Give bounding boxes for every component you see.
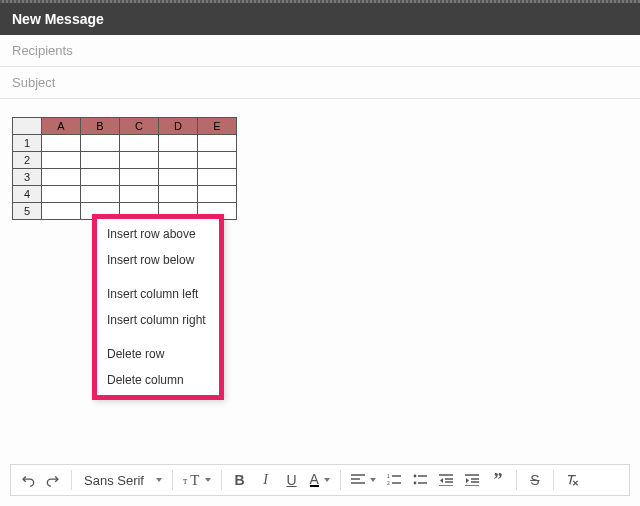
svg-point-3 (413, 482, 416, 485)
ctx-delete-column[interactable]: Delete column (93, 367, 223, 393)
bold-button[interactable]: B (228, 468, 252, 492)
font-picker-label: Sans Serif (84, 473, 144, 488)
toolbar-separator (221, 470, 222, 490)
ctx-separator (93, 273, 223, 281)
numbered-list-button[interactable]: 12 (382, 468, 406, 492)
svg-text:2: 2 (387, 480, 390, 486)
size-large-icon: T (190, 472, 199, 489)
col-header[interactable]: C (120, 118, 159, 135)
underline-button[interactable]: U (280, 468, 304, 492)
italic-button[interactable]: I (254, 468, 278, 492)
ctx-separator (93, 333, 223, 341)
table-cell[interactable] (120, 169, 159, 186)
table-context-menu: Insert row above Insert row below Insert… (92, 214, 224, 400)
table-cell[interactable] (42, 152, 81, 169)
table-cell[interactable] (42, 135, 81, 152)
row-header[interactable]: 5 (13, 203, 42, 220)
chevron-down-icon (324, 478, 330, 482)
table-cell[interactable] (159, 169, 198, 186)
chevron-down-icon (370, 478, 376, 482)
subject-placeholder: Subject (12, 75, 55, 90)
table-cell[interactable] (42, 203, 81, 220)
recipients-placeholder: Recipients (12, 43, 73, 58)
chevron-down-icon (156, 478, 162, 482)
indent-less-button[interactable] (434, 468, 458, 492)
ctx-insert-row-above[interactable]: Insert row above (93, 221, 223, 247)
table-cell[interactable] (42, 186, 81, 203)
indent-more-button[interactable] (460, 468, 484, 492)
text-color-icon: A (310, 473, 319, 487)
table-cell[interactable] (198, 135, 237, 152)
table-cell[interactable] (81, 152, 120, 169)
format-toolbar: Sans Serif т T B I U A 12 ” S (10, 464, 630, 496)
table-cell[interactable] (120, 186, 159, 203)
font-size-button[interactable]: т T (179, 468, 215, 492)
ctx-insert-column-right[interactable]: Insert column right (93, 307, 223, 333)
ctx-delete-row[interactable]: Delete row (93, 341, 223, 367)
size-small-icon: т (183, 475, 187, 486)
align-left-icon (351, 474, 365, 486)
remove-formatting-button[interactable] (560, 468, 584, 492)
ctx-insert-row-below[interactable]: Insert row below (93, 247, 223, 273)
row-header[interactable]: 4 (13, 186, 42, 203)
table-cell[interactable] (81, 169, 120, 186)
table-cell[interactable] (42, 169, 81, 186)
row-header[interactable]: 1 (13, 135, 42, 152)
col-header[interactable]: E (198, 118, 237, 135)
svg-point-2 (413, 475, 416, 478)
toolbar-separator (71, 470, 72, 490)
compose-header: New Message (0, 3, 640, 35)
ctx-insert-column-left[interactable]: Insert column left (93, 281, 223, 307)
col-header[interactable]: B (81, 118, 120, 135)
table-cell[interactable] (120, 152, 159, 169)
align-button[interactable] (347, 468, 380, 492)
compose-body[interactable]: A B C D E 1 2 3 4 5 (0, 99, 640, 220)
compose-title: New Message (12, 11, 104, 27)
table-cell[interactable] (159, 152, 198, 169)
font-picker[interactable]: Sans Serif (78, 473, 166, 488)
strikethrough-button[interactable]: S (523, 468, 547, 492)
toolbar-separator (516, 470, 517, 490)
table-cell[interactable] (81, 135, 120, 152)
table-cell[interactable] (198, 169, 237, 186)
undo-button[interactable] (15, 468, 39, 492)
row-header[interactable]: 3 (13, 169, 42, 186)
table-cell[interactable] (120, 135, 159, 152)
redo-button[interactable] (41, 468, 65, 492)
toolbar-separator (172, 470, 173, 490)
subject-field[interactable]: Subject (0, 67, 640, 99)
svg-text:1: 1 (387, 474, 390, 479)
table-cell[interactable] (198, 186, 237, 203)
bulleted-list-button[interactable] (408, 468, 432, 492)
table-cell[interactable] (159, 135, 198, 152)
recipients-field[interactable]: Recipients (0, 35, 640, 67)
table-cell[interactable] (159, 186, 198, 203)
table-corner[interactable] (13, 118, 42, 135)
inserted-table[interactable]: A B C D E 1 2 3 4 5 (12, 117, 237, 220)
chevron-down-icon (205, 478, 211, 482)
quote-button[interactable]: ” (486, 468, 510, 492)
toolbar-separator (340, 470, 341, 490)
col-header[interactable]: D (159, 118, 198, 135)
col-header[interactable]: A (42, 118, 81, 135)
text-color-button[interactable]: A (306, 468, 334, 492)
table-cell[interactable] (81, 186, 120, 203)
toolbar-separator (553, 470, 554, 490)
table-cell[interactable] (198, 152, 237, 169)
row-header[interactable]: 2 (13, 152, 42, 169)
